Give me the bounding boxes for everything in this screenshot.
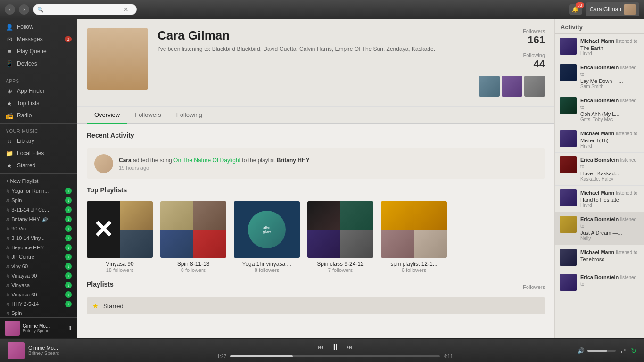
act-song-1: Lay Me Down —...	[580, 78, 639, 84]
sidebar-item-library[interactable]: ♫ Library	[0, 135, 77, 147]
sidebar-localfiles-label: Local Files	[17, 150, 44, 156]
activity-entry-4: Erica Bornstein listened to Llove - Kask…	[555, 153, 644, 186]
tab-overview[interactable]: Overview	[87, 107, 127, 124]
search-clear-icon[interactable]: ✕	[123, 6, 129, 13]
share-icon[interactable]: ⬆	[68, 325, 73, 331]
player-right: 🔊 ⇄ ↻	[578, 347, 636, 354]
sidebar-follow-label: Follow	[17, 24, 33, 30]
starred-playlist-row[interactable]: ★ Starred	[87, 297, 545, 314]
playlists-grid: ✕ Vinyasa 90 18 followers Spin 8	[77, 201, 554, 280]
playlist-item-viny60[interactable]: ♫ viny 60 ↓	[0, 262, 77, 271]
sidebar-item-messages[interactable]: ✉ Messages 3	[0, 33, 77, 45]
playlist-item-vinyasa60[interactable]: ♫ Vinyasa 60 ↓	[0, 290, 77, 299]
playlist-item-vinyasa[interactable]: ♫ Vinyasa ↓	[0, 280, 77, 290]
playlist-badge: ↓	[65, 216, 72, 222]
cover-x: ✕	[87, 201, 120, 258]
act-song-6: Just A Dream —...	[580, 230, 639, 236]
act-artist-5: Hrvrd	[580, 203, 639, 208]
activity-entry-0: Michael Mann listened to The Earth Hrvrd	[555, 34, 644, 60]
act-user-3: Michael Mann listened to	[580, 130, 639, 137]
forward-button[interactable]: ›	[19, 4, 29, 15]
sidebar-item-starred[interactable]: ★ Starred	[0, 159, 77, 172]
playlist-item-90vin[interactable]: ♫ 90 Vin ↓	[0, 224, 77, 233]
playlist-item-vinaysa[interactable]: ♫ Vinaysa 90 ↓	[0, 271, 77, 280]
activity-entry-6: Erica Bornstein listened to Just A Dream…	[555, 212, 644, 245]
following-thumb-2[interactable]	[502, 76, 522, 97]
act-user-8: Erica Bornstein listened to	[580, 274, 639, 287]
user-pill[interactable]: Cara Gilman	[586, 2, 639, 16]
shuffle-button[interactable]: ⇄	[620, 347, 626, 354]
sidebar-item-app-finder[interactable]: ⊕ App Finder	[0, 85, 77, 97]
tab-following[interactable]: Following	[169, 107, 210, 124]
activity-text: Cara added the song On The Nature Of Day…	[119, 157, 310, 164]
playlist-item-jp[interactable]: ♫ JP Centre ↓	[0, 252, 77, 262]
notification-badge: 🔔 83	[569, 4, 582, 15]
sidebar-item-top-lists[interactable]: ★ Top Lists	[0, 97, 77, 109]
playlist-name: Vinaysa 90	[11, 273, 37, 279]
following-thumb-3[interactable]	[524, 76, 545, 97]
sidebar-item-play-queue[interactable]: ≡ Play Queue	[0, 45, 77, 58]
playlist-cover-spinclass	[307, 201, 373, 258]
sidebar-item-radio[interactable]: 📻 Radio	[0, 109, 77, 122]
notification-count: 83	[576, 2, 584, 8]
search-box: 🔍 britna ✕	[33, 4, 137, 15]
playlist-note-icon: ♫	[6, 254, 9, 260]
playlist-note-icon: ♫	[6, 301, 9, 307]
prev-button[interactable]: ⏮	[318, 343, 324, 351]
playlist-item-spin[interactable]: ♫ Spin ↓	[0, 196, 77, 205]
player-album-art	[8, 342, 25, 359]
playlist-cover-spinpl	[381, 201, 447, 258]
tab-followers[interactable]: Followers	[127, 107, 169, 124]
playlist-item-yoga[interactable]: ♫ Yoga for Runn... ↓	[0, 186, 77, 196]
sidebar-item-devices[interactable]: 📱 Devices	[0, 58, 77, 70]
progress-track[interactable]	[230, 355, 440, 357]
playlist-name: JP Centre	[11, 254, 34, 260]
playlist-card-spinclass[interactable]: Spin class 9-24-12 7 followers	[307, 201, 373, 273]
next-button[interactable]: ⏭	[346, 343, 353, 351]
player-mini-artist: Britney Spears	[23, 329, 65, 333]
play-pause-button[interactable]: ⏸	[331, 342, 339, 352]
profile-tabs: Overview Followers Following	[77, 107, 554, 124]
activity-entry-1: Erica Bornstein listened to Lay Me Down …	[555, 60, 644, 93]
play-queue-icon: ≡	[6, 48, 13, 55]
playlist-card-vinyasa90[interactable]: ✕ Vinyasa 90 18 followers	[87, 201, 153, 273]
playlist-card-spin811[interactable]: Spin 8-11-13 8 followers	[160, 201, 226, 273]
starred-row-label: Starred	[103, 303, 124, 310]
player-track-artist: Britney Spears	[28, 351, 92, 356]
playlist-note-icon: ♫	[6, 263, 9, 269]
act-album-7	[560, 249, 577, 266]
cover-q2	[120, 201, 153, 230]
playlist-item-spin2[interactable]: ♫ Spin	[0, 309, 77, 317]
playlist-name: Vinyasa 60	[11, 292, 37, 297]
search-input[interactable]: britna	[46, 6, 121, 13]
playlist-item-beyonce[interactable]: ♫ Beyonce HHY ↓	[0, 243, 77, 252]
playlist-card-spinpl[interactable]: spin playlist 12-1... 6 followers	[381, 201, 447, 273]
back-button[interactable]: ‹	[5, 4, 15, 15]
sidebar-divider-1	[0, 74, 77, 74]
playlist-item-hhy[interactable]: ♫ HHY 2-5-14 ↓	[0, 299, 77, 309]
time-total: 4:11	[444, 354, 453, 359]
playlist-card-followers-yoga: 8 followers	[234, 267, 300, 273]
playlist-item-311[interactable]: ♫ 3-11-14 JP Ce... ↓	[0, 205, 77, 214]
act-album-8	[560, 274, 577, 291]
repeat-button[interactable]: ↻	[631, 347, 636, 354]
progress-bar-container: 1:27 4:11	[217, 354, 453, 359]
playlists-section-title: Playlists	[87, 280, 114, 288]
player-controls: ⏮ ⏸ ⏭ 1:27 4:11	[98, 342, 572, 359]
messages-icon: ✉	[6, 35, 13, 43]
following-thumb-1[interactable]	[479, 76, 500, 97]
playlist-item-310[interactable]: ♫ 3-10-14 Viny... ↓	[0, 233, 77, 243]
playlist-note-icon: ♫	[6, 216, 9, 222]
playlist-card-followers-spinpl: 6 followers	[381, 267, 447, 273]
new-playlist-button[interactable]: + New Playlist	[0, 176, 77, 186]
playlist-card-yoga[interactable]: afterglow Yoga 1hr vinyasa ... 8 followe…	[234, 201, 300, 273]
activity-entry-5: Michael Mann listened to Hand to Hesitat…	[555, 186, 644, 212]
sidebar-item-local-files[interactable]: 📁 Local Files	[0, 147, 77, 159]
player-bar: Gimme Mo... Britney Spears ⏮ ⏸ ⏭ 1:27 4:…	[0, 338, 644, 362]
playlist-item-britany[interactable]: ♫ Britany HHY 🔊 ↓	[0, 214, 77, 224]
playlist-note-icon: ♫	[6, 310, 9, 316]
volume-track[interactable]	[587, 350, 616, 352]
sidebar-item-follow[interactable]: 👤 Follow	[0, 21, 77, 33]
playlist-badge: ↓	[65, 188, 72, 194]
activity-sidebar: Activity Michael Mann listened to The Ea…	[554, 19, 644, 338]
